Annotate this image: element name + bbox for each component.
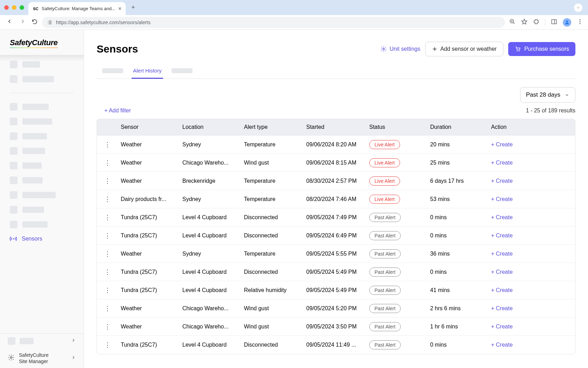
- profile-avatar[interactable]: [563, 18, 571, 27]
- cell-duration: 36 mins: [427, 251, 488, 257]
- nav-back[interactable]: [5, 18, 14, 26]
- status-badge: Live Alert: [369, 176, 400, 186]
- status-badge: Live Alert: [369, 158, 400, 167]
- cell-duration: 2 hrs 6 mins: [427, 305, 488, 312]
- cell-type: Wind gust: [241, 160, 303, 166]
- table-row: ⋮WeatherChicago Wareho...Wind gust09/05/…: [97, 299, 575, 318]
- row-menu-icon[interactable]: ⋮: [104, 251, 111, 257]
- browser-tab[interactable]: SC SafetyCulture: Manage Teams and... ×: [28, 2, 126, 15]
- sidebar-item-sensors[interactable]: Sensors: [0, 232, 84, 246]
- chevron-down-icon: [565, 92, 569, 97]
- sidebar-account-switcher[interactable]: SafetyCulture Site Manager: [0, 348, 84, 368]
- cell-location: Sydney: [180, 141, 241, 148]
- create-action-link[interactable]: + Create: [491, 287, 513, 293]
- date-range-filter[interactable]: Past 28 days: [520, 87, 575, 103]
- th-duration: Duration: [427, 124, 488, 130]
- cell-sensor: Weather: [118, 178, 180, 184]
- row-menu-icon[interactable]: ⋮: [104, 214, 111, 221]
- row-menu-icon[interactable]: ⋮: [104, 324, 111, 330]
- nav-forward[interactable]: [18, 18, 27, 26]
- th-sensor: Sensor: [118, 124, 180, 130]
- cell-status: Past Alert: [366, 268, 427, 277]
- row-menu-icon[interactable]: ⋮: [104, 178, 111, 184]
- add-sensor-button[interactable]: Add sensor or weather: [425, 42, 503, 56]
- logo[interactable]: SafetyCulture: [0, 30, 84, 54]
- row-menu-icon[interactable]: ⋮: [104, 160, 111, 166]
- create-action-link[interactable]: + Create: [491, 232, 513, 238]
- unit-settings-button[interactable]: Unit settings: [380, 46, 420, 52]
- create-action-link[interactable]: + Create: [491, 214, 513, 220]
- row-menu-icon[interactable]: ⋮: [104, 232, 111, 239]
- org-name: SafetyCulture: [19, 352, 67, 358]
- create-action-link[interactable]: + Create: [491, 141, 513, 147]
- th-started: Started: [303, 124, 366, 130]
- cell-started: 09/05/2024 3:50 PM: [303, 324, 366, 330]
- row-menu-icon[interactable]: ⋮: [104, 287, 111, 293]
- create-action-link[interactable]: + Create: [491, 269, 513, 275]
- cell-duration: 6 days 17 hrs: [427, 178, 488, 184]
- sidebar-bottom-skeleton[interactable]: [0, 334, 84, 348]
- purchase-sensors-button[interactable]: Purchase sensors: [508, 42, 575, 56]
- browser-tab-strip: SC SafetyCulture: Manage Teams and... × …: [0, 0, 588, 15]
- sidebar-skeleton: [0, 158, 84, 173]
- tab-close-icon[interactable]: ×: [118, 6, 121, 12]
- row-menu-icon[interactable]: ⋮: [104, 342, 111, 348]
- zoom-icon[interactable]: [509, 19, 516, 26]
- cell-duration: 53 mins: [427, 196, 488, 202]
- chevron-down-icon: [576, 6, 580, 10]
- cell-started: 09/06/2024 8:15 AM: [303, 160, 366, 166]
- star-icon[interactable]: [521, 19, 527, 26]
- window-close[interactable]: [4, 5, 9, 10]
- status-badge: Past Alert: [369, 231, 401, 240]
- cell-duration: 0 mins: [427, 342, 488, 348]
- window-minimize[interactable]: [12, 5, 16, 10]
- cell-sensor: Tundra (25C7): [118, 232, 180, 239]
- sidebar-skeleton: [0, 188, 84, 202]
- new-tab-button[interactable]: +: [131, 4, 135, 11]
- reload-button[interactable]: [31, 19, 38, 26]
- svg-rect-1: [552, 20, 556, 24]
- cell-started: 09/05/2024 6:49 PM: [303, 232, 366, 239]
- cell-location: Level 4 Cupboard: [180, 342, 241, 348]
- menu-icon[interactable]: [577, 19, 583, 26]
- create-action-link[interactable]: + Create: [491, 251, 513, 257]
- create-action-link[interactable]: + Create: [491, 160, 513, 166]
- row-menu-icon[interactable]: ⋮: [104, 269, 111, 275]
- cell-started: 08/30/2024 2:57 PM: [303, 178, 366, 184]
- cell-started: 09/05/2024 7:49 PM: [303, 214, 366, 221]
- th-location: Location: [180, 124, 241, 130]
- tab-alert-history[interactable]: Alert History: [132, 63, 163, 79]
- create-action-link[interactable]: + Create: [491, 324, 513, 329]
- table-row: ⋮Dairy products fr...SydneyTemperature08…: [97, 190, 575, 208]
- tab-title: SafetyCulture: Manage Teams and...: [42, 6, 115, 11]
- svg-point-8: [383, 48, 385, 50]
- status-badge: Past Alert: [369, 304, 401, 313]
- svg-point-10: [519, 51, 519, 51]
- cell-location: Chicago Wareho...: [180, 324, 241, 330]
- cell-sensor: Weather: [118, 305, 180, 312]
- create-action-link[interactable]: + Create: [491, 178, 513, 184]
- create-action-link[interactable]: + Create: [491, 305, 513, 311]
- tabs-overflow[interactable]: [574, 4, 582, 12]
- table-row: ⋮Tundra (25C7)Level 4 CupboardDisconnect…: [97, 208, 575, 227]
- window-maximize[interactable]: [20, 5, 24, 10]
- sidepanel-icon[interactable]: [551, 19, 557, 26]
- cell-type: Disconnected: [241, 232, 303, 239]
- chevron-right-icon: [71, 338, 76, 344]
- cell-sensor: Tundra (25C7): [118, 214, 180, 221]
- toolbar-divider: [545, 19, 545, 26]
- row-menu-icon[interactable]: ⋮: [104, 305, 111, 312]
- alerts-table: Sensor Location Alert type Started Statu…: [97, 119, 575, 354]
- add-filter-button[interactable]: + Add filter: [104, 107, 131, 114]
- window-controls: [4, 5, 24, 10]
- extensions-icon[interactable]: [533, 19, 539, 26]
- create-action-link[interactable]: + Create: [491, 342, 513, 348]
- cell-status: Live Alert: [366, 140, 427, 149]
- cell-location: Sydney: [180, 251, 241, 257]
- cell-status: Past Alert: [366, 340, 427, 349]
- cell-type: Temperature: [241, 251, 303, 257]
- url-bar[interactable]: https://app.safetyculture.com/sensors/al…: [42, 17, 505, 28]
- row-menu-icon[interactable]: ⋮: [104, 141, 111, 148]
- row-menu-icon[interactable]: ⋮: [104, 196, 111, 202]
- create-action-link[interactable]: + Create: [491, 196, 513, 202]
